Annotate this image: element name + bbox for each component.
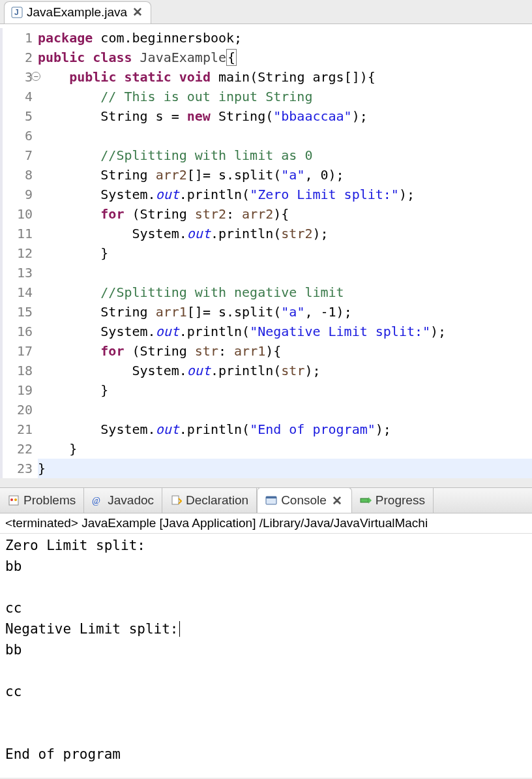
code-line[interactable]: // This is out input String <box>38 87 532 106</box>
line-number: 4 <box>3 87 33 106</box>
svg-text:J: J <box>14 8 19 17</box>
code-line[interactable]: String s = new String("bbaaccaa"); <box>38 106 532 126</box>
editor-pane[interactable]: 123−4567891011121314151617181920212223 p… <box>0 24 532 478</box>
code-line[interactable]: } <box>38 439 532 459</box>
code-line[interactable]: for (String str: arr1){ <box>38 341 532 361</box>
code-line[interactable]: System.out.println("Zero Limit split:"); <box>38 185 532 204</box>
java-file-icon: J <box>11 7 23 18</box>
editor-tab-bar: J JavaExample.java ✕ <box>0 0 532 24</box>
line-number: 13 <box>3 263 33 283</box>
code-line[interactable]: public class JavaExample{ <box>38 48 532 67</box>
line-number: 3− <box>3 67 33 87</box>
close-tab-icon[interactable]: ✕ <box>131 5 144 20</box>
svg-point-4 <box>14 498 17 501</box>
code-line[interactable]: System.out.println(str); <box>38 361 532 380</box>
line-number: 21 <box>3 420 33 439</box>
line-number-gutter: 123−4567891011121314151617181920212223 <box>0 28 38 478</box>
code-line[interactable]: public static void main(String args[]){ <box>38 67 532 87</box>
tab-problems-label: Problems <box>23 493 76 508</box>
line-number: 11 <box>3 224 33 243</box>
line-number: 20 <box>3 400 33 420</box>
code-line[interactable]: } <box>38 380 532 400</box>
editor-tab-active[interactable]: J JavaExample.java ✕ <box>4 1 151 23</box>
tab-declaration[interactable]: Declaration <box>162 488 257 513</box>
tab-javadoc[interactable]: @ Javadoc <box>84 488 162 513</box>
code-line[interactable] <box>38 263 532 283</box>
progress-icon <box>360 495 372 506</box>
console-icon <box>265 495 277 506</box>
javadoc-icon: @ <box>92 495 104 506</box>
line-number: 9 <box>3 185 33 204</box>
fold-toggle-icon[interactable]: − <box>31 72 40 81</box>
code-line[interactable]: //Splitting with limit as 0 <box>38 145 532 165</box>
svg-point-3 <box>10 498 13 501</box>
tab-progress-label: Progress <box>376 493 425 508</box>
line-number: 19 <box>3 380 33 400</box>
line-number: 12 <box>3 243 33 263</box>
code-line[interactable]: package com.beginnersbook; <box>38 28 532 48</box>
line-number: 10 <box>3 204 33 224</box>
code-line[interactable] <box>38 400 532 420</box>
line-number: 15 <box>3 302 33 322</box>
line-number: 6 <box>3 126 33 145</box>
console-output[interactable]: Zero Limit split: bb cc Negative Limit s… <box>0 534 532 778</box>
tab-progress[interactable]: Progress <box>352 488 434 513</box>
tab-declaration-label: Declaration <box>186 493 248 508</box>
code-body[interactable]: package com.beginnersbook;public class J… <box>38 28 532 478</box>
tab-console[interactable]: Console ✕ <box>257 487 352 513</box>
bottom-tab-bar: Problems @ Javadoc Declaration Console ✕… <box>0 487 532 513</box>
svg-rect-8 <box>266 496 276 498</box>
tab-problems[interactable]: Problems <box>0 488 84 513</box>
line-number: 22 <box>3 439 33 459</box>
declaration-icon <box>170 495 182 506</box>
line-number: 2 <box>3 48 33 67</box>
line-number: 8 <box>3 165 33 185</box>
code-line[interactable]: String arr2[]= s.split("a", 0); <box>38 165 532 185</box>
svg-rect-9 <box>361 498 368 502</box>
code-line[interactable]: System.out.println("End of program"); <box>38 420 532 439</box>
line-number: 1 <box>3 28 33 48</box>
svg-rect-6 <box>172 496 179 504</box>
code-line[interactable]: } <box>38 243 532 263</box>
problems-icon <box>8 495 20 506</box>
line-number: 16 <box>3 322 33 341</box>
line-number: 23 <box>3 459 33 478</box>
code-line[interactable] <box>38 126 532 145</box>
console-header: <terminated> JavaExample [Java Applicati… <box>0 513 532 534</box>
line-number: 7 <box>3 145 33 165</box>
editor-tab-label: JavaExample.java <box>27 5 127 20</box>
code-line[interactable]: System.out.println(str2); <box>38 224 532 243</box>
line-number: 17 <box>3 341 33 361</box>
line-number: 18 <box>3 361 33 380</box>
line-number: 5 <box>3 106 33 126</box>
tab-javadoc-label: Javadoc <box>108 493 154 508</box>
line-number: 14 <box>3 283 33 302</box>
tab-console-label: Console <box>281 493 327 508</box>
code-line[interactable]: //Splitting with negative limit <box>38 283 532 302</box>
svg-text:@: @ <box>92 496 100 506</box>
code-line[interactable]: } <box>38 459 532 478</box>
svg-rect-2 <box>9 496 18 505</box>
code-line[interactable]: String arr1[]= s.split("a", -1); <box>38 302 532 322</box>
code-line[interactable]: for (String str2: arr2){ <box>38 204 532 224</box>
close-console-icon[interactable]: ✕ <box>331 493 344 508</box>
code-line[interactable]: System.out.println("Negative Limit split… <box>38 322 532 341</box>
